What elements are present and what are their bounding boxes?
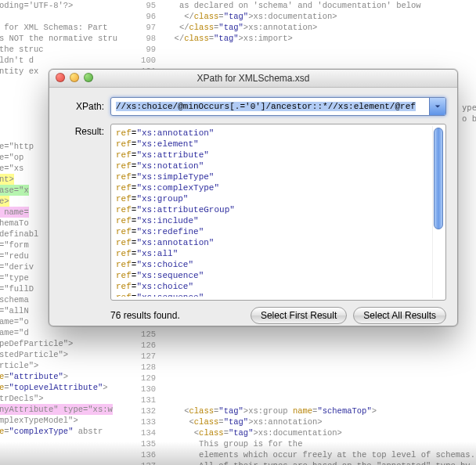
scrollbar-thumb[interactable] xyxy=(434,128,443,229)
result-label: Result: xyxy=(60,124,104,137)
status-text: 76 results found. xyxy=(110,310,244,321)
result-item[interactable]: ref="xs:sequence" xyxy=(116,270,431,281)
result-item[interactable]: ref="xs:choice" xyxy=(116,281,431,292)
chevron-down-icon xyxy=(435,103,441,110)
result-item[interactable]: ref="xs:notation" xyxy=(116,160,431,171)
xpath-label: XPath: xyxy=(60,101,104,112)
result-listbox[interactable]: ref="xs:annotation"ref="xs:element"ref="… xyxy=(110,124,446,301)
select-all-results-button[interactable]: Select All Results xyxy=(353,307,446,324)
xpath-dialog: XPath for XMLSchema.xsd XPath: //xs:choi… xyxy=(49,69,458,326)
stage: 9596979899100101102103104105106107108109… xyxy=(0,0,476,465)
result-item[interactable]: ref="xs:annotation" xyxy=(116,128,431,139)
dialog-title: XPath for XMLSchema.xsd xyxy=(197,73,309,84)
xpath-combobox[interactable]: //xs:choice/@minOccurs[.='0']/ancestor::… xyxy=(110,97,446,116)
close-button[interactable] xyxy=(56,73,65,82)
shadow xyxy=(0,442,476,465)
dialog-titlebar[interactable]: XPath for XMLSchema.xsd xyxy=(49,70,457,88)
result-item[interactable]: ref="xs:element" xyxy=(116,139,431,150)
select-first-result-button[interactable]: Select First Result xyxy=(251,307,347,324)
result-item[interactable]: ref="xs:simpleType" xyxy=(116,171,431,182)
result-item[interactable]: ref="xs:annotation" xyxy=(116,237,431,248)
result-item[interactable]: ref="xs:group" xyxy=(116,193,431,204)
scrollbar[interactable] xyxy=(432,126,444,298)
minimize-button[interactable] xyxy=(70,73,79,82)
result-item[interactable]: ref="xs:include" xyxy=(116,215,431,226)
result-item[interactable]: ref="xs:all" xyxy=(116,248,431,259)
xpath-input[interactable]: //xs:choice/@minOccurs[.='0']/ancestor::… xyxy=(111,102,429,111)
result-item[interactable]: ref="xs:attribute" xyxy=(116,150,431,160)
result-item[interactable]: ref="xs:complexType" xyxy=(116,182,431,193)
result-item[interactable]: ref="xs:attributeGroup" xyxy=(116,204,431,215)
result-item[interactable]: ref="xs:sequence" xyxy=(116,292,431,297)
zoom-button[interactable] xyxy=(84,73,93,82)
result-item[interactable]: ref="xs:redefine" xyxy=(116,226,431,237)
window-buttons xyxy=(56,73,93,82)
result-item[interactable]: ref="xs:choice" xyxy=(116,259,431,270)
combobox-arrow[interactable] xyxy=(429,98,445,115)
